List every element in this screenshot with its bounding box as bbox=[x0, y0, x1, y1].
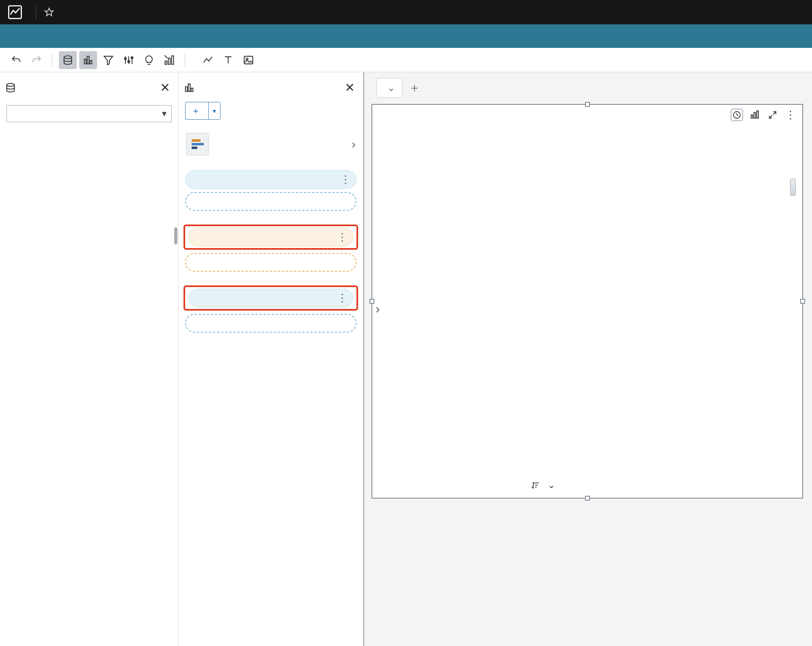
svg-rect-14 bbox=[168, 58, 171, 64]
visual-frame[interactable]: ⋮ › ⌄ bbox=[371, 104, 803, 499]
topbar-separator bbox=[36, 5, 36, 19]
add-line-button[interactable] bbox=[199, 51, 217, 69]
data-pane-close-icon[interactable]: ✕ bbox=[160, 80, 170, 95]
visual-type-selector[interactable]: › bbox=[179, 129, 363, 160]
visual-menu-icon[interactable]: ⋮ bbox=[784, 109, 797, 121]
maximize-icon[interactable] bbox=[767, 109, 779, 121]
data-pane-toggle[interactable] bbox=[59, 51, 77, 69]
add-text-button[interactable] bbox=[219, 51, 237, 69]
change-vistype-label bbox=[179, 125, 363, 129]
add-sheet-button[interactable]: ＋ bbox=[408, 80, 421, 96]
caret-down-icon: ▾ bbox=[162, 108, 166, 119]
add-visual-button[interactable]: ＋ bbox=[185, 102, 209, 120]
svg-point-2 bbox=[64, 56, 72, 58]
redo-button[interactable] bbox=[28, 51, 45, 69]
field-list[interactable] bbox=[0, 126, 178, 646]
value-add-placeholder[interactable] bbox=[185, 253, 356, 272]
svg-rect-28 bbox=[757, 111, 758, 118]
svg-marker-1 bbox=[45, 8, 53, 16]
chevron-down-icon[interactable]: ⌄ bbox=[387, 82, 395, 93]
scrollbar-thumb[interactable] bbox=[174, 227, 177, 244]
group-add-placeholder[interactable] bbox=[185, 314, 356, 333]
svg-rect-26 bbox=[751, 115, 753, 118]
svg-rect-3 bbox=[84, 59, 86, 64]
svg-rect-22 bbox=[192, 139, 201, 142]
add-image-button[interactable] bbox=[240, 51, 257, 69]
value-highlight: ⋮ bbox=[184, 225, 358, 250]
sort-icon bbox=[531, 481, 540, 490]
themes-button[interactable] bbox=[160, 51, 178, 69]
resize-handle-n[interactable] bbox=[585, 102, 590, 107]
chevron-right-icon: › bbox=[352, 137, 356, 151]
svg-rect-27 bbox=[754, 112, 756, 118]
svg-rect-20 bbox=[188, 84, 190, 91]
value-field-well[interactable]: ⋮ bbox=[188, 228, 353, 246]
forecast-icon[interactable] bbox=[749, 109, 761, 121]
svg-marker-6 bbox=[104, 56, 113, 65]
insights-button[interactable] bbox=[140, 51, 158, 69]
svg-rect-19 bbox=[186, 86, 188, 91]
visual-pane: ✕ ＋ ▾ › ⋮ ⋮ bbox=[179, 72, 363, 646]
resize-handle-s[interactable] bbox=[585, 496, 590, 501]
favorite-star-icon[interactable] bbox=[44, 7, 54, 17]
data-icon bbox=[5, 82, 16, 93]
menubar bbox=[0, 24, 812, 48]
workspace: ✕ ▾ ✕ ＋ ▾ › ⋮ bbox=[0, 72, 812, 646]
toolbar-separator bbox=[52, 53, 52, 67]
yaxis-field-well[interactable]: ⋮ bbox=[185, 170, 356, 189]
visual-pane-close-icon[interactable]: ✕ bbox=[345, 80, 355, 95]
dataset-label bbox=[0, 99, 178, 103]
more-icon[interactable]: ⋮ bbox=[340, 173, 350, 186]
canvas[interactable]: ⌄ ＋ ⋮ › bbox=[363, 72, 812, 646]
parameters-button[interactable] bbox=[120, 51, 138, 69]
svg-rect-13 bbox=[165, 61, 167, 64]
toolbar-separator bbox=[185, 53, 185, 67]
app-logo bbox=[7, 4, 23, 20]
anomaly-icon[interactable] bbox=[731, 109, 743, 121]
svg-point-18 bbox=[7, 83, 15, 86]
svg-rect-24 bbox=[192, 147, 197, 149]
more-icon[interactable]: ⋮ bbox=[337, 231, 346, 244]
filter-button[interactable] bbox=[99, 51, 117, 69]
svg-rect-21 bbox=[191, 88, 193, 91]
group-highlight: ⋮ bbox=[184, 285, 358, 311]
app-topbar bbox=[0, 0, 812, 24]
horizontal-bar-icon bbox=[186, 133, 209, 156]
yaxis-add-placeholder[interactable] bbox=[185, 192, 356, 211]
svg-rect-16 bbox=[244, 56, 253, 64]
dataset-select[interactable]: ▾ bbox=[6, 105, 172, 122]
visual-pane-toggle[interactable] bbox=[79, 51, 97, 69]
toolbar bbox=[0, 48, 812, 72]
chevron-down-icon[interactable]: ⌄ bbox=[548, 480, 555, 490]
value-section-label bbox=[179, 214, 363, 225]
resize-handle-w[interactable] bbox=[369, 299, 374, 304]
svg-rect-23 bbox=[192, 143, 204, 145]
svg-rect-15 bbox=[172, 56, 174, 64]
group-field-well[interactable]: ⋮ bbox=[188, 289, 353, 307]
svg-rect-4 bbox=[87, 56, 89, 64]
resize-handle-e[interactable] bbox=[800, 299, 805, 304]
group-section-label bbox=[179, 275, 363, 285]
add-visual-dropdown[interactable]: ▾ bbox=[208, 102, 220, 120]
legend bbox=[718, 142, 795, 149]
sheet-tab[interactable]: ⌄ bbox=[376, 78, 403, 98]
svg-rect-5 bbox=[90, 60, 92, 64]
undo-button[interactable] bbox=[7, 51, 25, 69]
x-axis-label[interactable]: ⌄ bbox=[372, 480, 713, 490]
visual-icon bbox=[184, 82, 195, 93]
chart-area[interactable] bbox=[380, 148, 713, 465]
data-pane: ✕ ▾ bbox=[0, 72, 179, 646]
more-icon[interactable]: ⋮ bbox=[337, 292, 346, 305]
legend-scrollbar[interactable] bbox=[790, 179, 796, 196]
yaxis-section-label bbox=[179, 160, 363, 170]
